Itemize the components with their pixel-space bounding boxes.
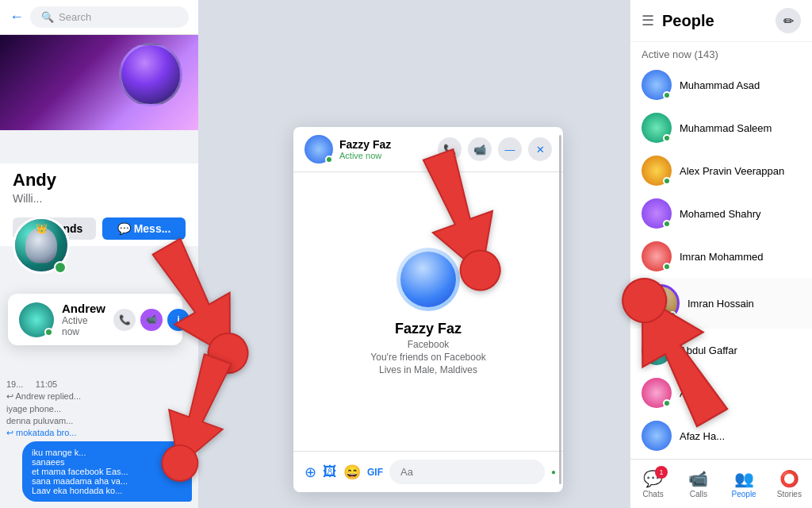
phone-button[interactable]: 📞 xyxy=(113,309,136,331)
chat-profile-name: Fazzy Faz xyxy=(395,321,462,337)
person-avatar xyxy=(642,335,672,365)
people-list: Muhammad Asad Muhammad Saleem Alex Pravi… xyxy=(630,64,812,459)
search-input-wrap[interactable]: 🔍 Search xyxy=(30,6,189,28)
back-arrow-icon[interactable]: ← xyxy=(10,9,24,25)
left-panel: ← 🔍 Search 👑 Andy Willi... 👤 xyxy=(0,0,198,508)
nav-people[interactable]: 👥 People xyxy=(722,466,767,502)
chat-text1: iyage phone... xyxy=(6,404,192,414)
chat-active-status: Active now xyxy=(339,151,431,160)
andrew-online-dot xyxy=(44,328,53,337)
nav-stories[interactable]: ⭕ Stories xyxy=(767,466,812,502)
andrew-name: Andrew xyxy=(62,302,105,315)
chat-preview: 19... 11:05 ↩ Andrew replied... iyage ph… xyxy=(0,373,198,508)
scroll-track xyxy=(559,135,561,484)
profile-online-indicator xyxy=(54,261,67,274)
profile-sub-name: Willi... xyxy=(13,192,186,205)
sticker-icon[interactable]: 😄 xyxy=(343,464,361,481)
person-name: Alex Pravin Veerappan xyxy=(680,165,784,177)
search-bar: ← 🔍 Search xyxy=(0,0,198,35)
person-avatar-highlighted xyxy=(642,284,680,322)
andrew-popup: Andrew Active now 📞 📹 i xyxy=(8,294,182,345)
chat-replied: ↩ Andrew replied... xyxy=(6,391,192,402)
green-dot-icon: ● xyxy=(551,468,556,476)
online-dot xyxy=(663,177,671,185)
online-dot xyxy=(663,91,671,99)
andrew-actions: 📞 📹 i xyxy=(113,309,190,331)
message-input[interactable] xyxy=(389,460,545,484)
person-item[interactable]: Imran Mohammed xyxy=(630,235,812,278)
profile-name-text: Andy xyxy=(13,170,56,190)
person-avatar xyxy=(642,70,672,100)
chat-contact-name: Fazzy Faz xyxy=(339,138,431,151)
chat-profile-image xyxy=(396,248,460,311)
active-now-label: Active now (143) xyxy=(630,42,812,64)
online-dot xyxy=(668,311,676,319)
profile-name: Andy xyxy=(13,170,186,190)
people-nav-icon: 👥 xyxy=(734,469,754,488)
people-nav-label: People xyxy=(732,490,756,498)
chats-badge-wrap: 💬 1 xyxy=(643,469,663,488)
messenger-icon: 💬 xyxy=(117,222,131,235)
person-avatar xyxy=(642,378,672,408)
person-item-highlighted[interactable]: Imran Hossain xyxy=(630,278,812,329)
person-item[interactable]: Mohamed Shahry xyxy=(630,192,812,235)
chats-badge: 1 xyxy=(655,466,668,479)
chat-text2: denna puluvam... xyxy=(6,416,192,425)
nav-calls[interactable]: 📹 Calls xyxy=(676,466,721,502)
message-button[interactable]: 💬 Mess... xyxy=(102,217,186,240)
person-avatar xyxy=(642,156,672,186)
person-item[interactable]: Muhammad Asad xyxy=(630,64,812,106)
video-button[interactable]: 📹 xyxy=(140,309,163,331)
person-item[interactable]: Abdu... xyxy=(630,371,812,414)
chat-bubble: iku mange k...sanaeeset mama facebook Ea… xyxy=(22,441,192,502)
calls-icon: 📹 xyxy=(688,469,708,488)
edit-icon[interactable]: ✏ xyxy=(776,8,801,33)
chat-footer: ⊕ 🖼 😄 GIF ● 😊 👍 xyxy=(293,451,563,492)
person-item[interactable]: Muhammad Saleem xyxy=(630,106,812,149)
emoji-icon[interactable]: 😊 xyxy=(562,464,563,481)
chat-online-dot xyxy=(325,156,333,164)
person-item[interactable]: Alex Pravin Veerappan xyxy=(630,149,812,192)
online-dot xyxy=(663,263,671,271)
search-icon: 🔍 xyxy=(41,11,54,23)
online-dot xyxy=(663,399,671,407)
stories-icon: ⭕ xyxy=(779,469,799,488)
person-name: Afaz Ha... xyxy=(680,430,725,442)
people-title: People xyxy=(662,12,768,30)
info-button[interactable]: i xyxy=(167,309,190,331)
chat-video-button[interactable]: 📹 xyxy=(468,137,492,161)
person-item[interactable]: Abdul Gaffar xyxy=(630,329,812,371)
person-avatar xyxy=(642,113,672,143)
person-avatar xyxy=(642,198,672,229)
chat-close-button[interactable]: ✕ xyxy=(528,137,552,161)
menu-icon[interactable]: ☰ xyxy=(642,12,654,29)
gif-icon[interactable]: GIF xyxy=(367,467,383,478)
chat-minimize-button[interactable]: — xyxy=(498,137,522,161)
chats-label: Chats xyxy=(643,490,664,498)
andrew-avatar xyxy=(19,302,54,337)
chat-text3: ↩ mokatada bro... xyxy=(6,428,192,438)
helmet-shape: 👑 xyxy=(25,228,57,264)
calls-label: Calls xyxy=(690,490,707,498)
person-item[interactable]: Afaz Ha... xyxy=(630,414,812,457)
profile-cover xyxy=(0,35,198,130)
nav-chats[interactable]: 💬 1 Chats xyxy=(630,466,676,502)
people-header: ☰ People ✏ xyxy=(630,0,812,42)
svg-point-1 xyxy=(201,326,255,380)
search-placeholder: Search xyxy=(59,11,91,23)
photo-icon[interactable]: 🖼 xyxy=(323,464,337,480)
person-name: Abdu... xyxy=(680,387,712,399)
cover-image xyxy=(119,43,182,106)
add-icon[interactable]: ⊕ xyxy=(304,464,316,481)
profile-name-area: Andy Willi... xyxy=(0,164,198,211)
online-dot xyxy=(663,220,671,228)
chat-body: Fazzy Faz Facebook You're friends on Fac… xyxy=(293,172,563,451)
message-label: Mess... xyxy=(134,222,171,235)
chat-friends-text: You're friends on Facebook xyxy=(370,352,485,363)
chat-header-info: Fazzy Faz Active now xyxy=(339,138,431,160)
person-name-highlighted: Imran Hossain xyxy=(688,298,754,310)
chat-location: Lives in Male, Maldives xyxy=(379,364,477,375)
right-panel: ☰ People ✏ Active now (143) Muhammad Asa… xyxy=(630,0,812,508)
chat-header: Fazzy Faz Active now 📞 📹 — ✕ ▾ xyxy=(293,127,563,172)
chat-phone-button[interactable]: 📞 xyxy=(438,137,462,161)
